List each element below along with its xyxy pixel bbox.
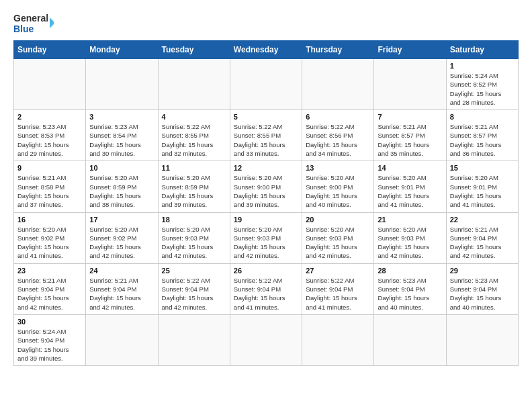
calendar-cell: 17Sunrise: 5:20 AM Sunset: 9:02 PM Dayli…	[86, 212, 158, 263]
calendar-cell: 4Sunrise: 5:22 AM Sunset: 8:55 PM Daylig…	[158, 110, 230, 161]
calendar-cell: 3Sunrise: 5:23 AM Sunset: 8:54 PM Daylig…	[86, 110, 158, 161]
calendar-cell: 7Sunrise: 5:21 AM Sunset: 8:57 PM Daylig…	[374, 110, 446, 161]
calendar-cell: 27Sunrise: 5:22 AM Sunset: 9:04 PM Dayli…	[302, 263, 374, 314]
day-info: Sunrise: 5:23 AM Sunset: 9:04 PM Dayligh…	[450, 276, 515, 312]
day-info: Sunrise: 5:23 AM Sunset: 9:04 PM Dayligh…	[378, 276, 442, 312]
day-number: 29	[450, 267, 515, 275]
calendar-cell	[86, 314, 158, 365]
calendar-cell	[230, 59, 302, 110]
day-info: Sunrise: 5:22 AM Sunset: 9:04 PM Dayligh…	[162, 276, 226, 312]
weekday-header-monday: Monday	[86, 41, 158, 59]
day-number: 11	[162, 164, 226, 172]
day-number: 14	[378, 164, 442, 172]
day-number: 5	[234, 113, 298, 121]
day-number: 2	[17, 113, 82, 121]
calendar-cell: 28Sunrise: 5:23 AM Sunset: 9:04 PM Dayli…	[374, 263, 446, 314]
calendar-cell: 1Sunrise: 5:24 AM Sunset: 8:52 PM Daylig…	[446, 59, 518, 110]
day-number: 28	[378, 267, 442, 275]
calendar-cell: 13Sunrise: 5:20 AM Sunset: 9:00 PM Dayli…	[302, 161, 374, 212]
day-info: Sunrise: 5:20 AM Sunset: 9:03 PM Dayligh…	[234, 225, 298, 261]
calendar-cell: 22Sunrise: 5:21 AM Sunset: 9:04 PM Dayli…	[446, 212, 518, 263]
calendar-cell: 5Sunrise: 5:22 AM Sunset: 8:55 PM Daylig…	[230, 110, 302, 161]
calendar-cell: 19Sunrise: 5:20 AM Sunset: 9:03 PM Dayli…	[230, 212, 302, 263]
day-info: Sunrise: 5:20 AM Sunset: 9:03 PM Dayligh…	[306, 225, 370, 261]
calendar-cell: 14Sunrise: 5:20 AM Sunset: 9:01 PM Dayli…	[374, 161, 446, 212]
day-info: Sunrise: 5:21 AM Sunset: 8:57 PM Dayligh…	[378, 122, 442, 158]
calendar-cell: 8Sunrise: 5:21 AM Sunset: 8:57 PM Daylig…	[446, 110, 518, 161]
day-number: 13	[306, 164, 370, 172]
weekday-header-wednesday: Wednesday	[230, 41, 302, 59]
day-number: 30	[17, 318, 82, 326]
day-info: Sunrise: 5:20 AM Sunset: 9:01 PM Dayligh…	[450, 173, 515, 209]
day-info: Sunrise: 5:21 AM Sunset: 8:58 PM Dayligh…	[17, 173, 82, 209]
calendar-cell: 29Sunrise: 5:23 AM Sunset: 9:04 PM Dayli…	[446, 263, 518, 314]
day-info: Sunrise: 5:22 AM Sunset: 8:56 PM Dayligh…	[306, 122, 370, 158]
calendar-cell: 25Sunrise: 5:22 AM Sunset: 9:04 PM Dayli…	[158, 263, 230, 314]
day-info: Sunrise: 5:20 AM Sunset: 8:59 PM Dayligh…	[89, 173, 154, 209]
day-number: 22	[450, 216, 515, 224]
day-info: Sunrise: 5:21 AM Sunset: 9:04 PM Dayligh…	[450, 225, 515, 261]
day-info: Sunrise: 5:20 AM Sunset: 8:59 PM Dayligh…	[162, 173, 226, 209]
calendar-cell: 6Sunrise: 5:22 AM Sunset: 8:56 PM Daylig…	[302, 110, 374, 161]
day-number: 19	[234, 216, 298, 224]
svg-text:General: General	[13, 13, 48, 24]
day-number: 23	[17, 267, 82, 275]
day-number: 16	[17, 216, 82, 224]
page-header: General Blue	[13, 11, 519, 35]
calendar-cell: 11Sunrise: 5:20 AM Sunset: 8:59 PM Dayli…	[158, 161, 230, 212]
day-info: Sunrise: 5:24 AM Sunset: 8:52 PM Dayligh…	[450, 71, 515, 107]
day-info: Sunrise: 5:22 AM Sunset: 9:04 PM Dayligh…	[234, 276, 298, 312]
day-number: 3	[89, 113, 154, 121]
weekday-header-friday: Friday	[374, 41, 446, 59]
day-number: 9	[17, 164, 82, 172]
weekday-header-tuesday: Tuesday	[158, 41, 230, 59]
day-info: Sunrise: 5:21 AM Sunset: 9:04 PM Dayligh…	[17, 276, 82, 312]
calendar-cell: 12Sunrise: 5:20 AM Sunset: 9:00 PM Dayli…	[230, 161, 302, 212]
calendar-cell	[446, 314, 518, 365]
day-info: Sunrise: 5:21 AM Sunset: 9:04 PM Dayligh…	[89, 276, 154, 312]
day-info: Sunrise: 5:22 AM Sunset: 9:04 PM Dayligh…	[306, 276, 370, 312]
calendar-cell: 10Sunrise: 5:20 AM Sunset: 8:59 PM Dayli…	[86, 161, 158, 212]
calendar-cell: 20Sunrise: 5:20 AM Sunset: 9:03 PM Dayli…	[302, 212, 374, 263]
day-info: Sunrise: 5:24 AM Sunset: 9:04 PM Dayligh…	[17, 327, 82, 363]
weekday-header-sunday: Sunday	[14, 41, 86, 59]
day-number: 15	[450, 164, 515, 172]
calendar-cell: 15Sunrise: 5:20 AM Sunset: 9:01 PM Dayli…	[446, 161, 518, 212]
day-info: Sunrise: 5:23 AM Sunset: 8:54 PM Dayligh…	[89, 122, 154, 158]
logo-svg: General Blue	[13, 11, 54, 35]
svg-marker-2	[50, 17, 54, 28]
logo: General Blue	[13, 11, 54, 35]
day-info: Sunrise: 5:22 AM Sunset: 8:55 PM Dayligh…	[162, 122, 226, 158]
day-info: Sunrise: 5:20 AM Sunset: 9:00 PM Dayligh…	[306, 173, 370, 209]
calendar-cell: 23Sunrise: 5:21 AM Sunset: 9:04 PM Dayli…	[14, 263, 86, 314]
day-info: Sunrise: 5:20 AM Sunset: 9:02 PM Dayligh…	[89, 225, 154, 261]
day-number: 24	[89, 267, 154, 275]
day-number: 17	[89, 216, 154, 224]
day-number: 18	[162, 216, 226, 224]
day-info: Sunrise: 5:20 AM Sunset: 9:02 PM Dayligh…	[17, 225, 82, 261]
day-number: 8	[450, 113, 515, 121]
calendar-cell: 16Sunrise: 5:20 AM Sunset: 9:02 PM Dayli…	[14, 212, 86, 263]
calendar-cell: 2Sunrise: 5:23 AM Sunset: 8:53 PM Daylig…	[14, 110, 86, 161]
day-number: 25	[162, 267, 226, 275]
day-number: 4	[162, 113, 226, 121]
day-info: Sunrise: 5:21 AM Sunset: 8:57 PM Dayligh…	[450, 122, 515, 158]
svg-text:Blue: Blue	[13, 24, 34, 34]
day-number: 7	[378, 113, 442, 121]
calendar-cell	[302, 314, 374, 365]
day-info: Sunrise: 5:20 AM Sunset: 9:00 PM Dayligh…	[234, 173, 298, 209]
calendar-cell	[158, 314, 230, 365]
day-info: Sunrise: 5:22 AM Sunset: 8:55 PM Dayligh…	[234, 122, 298, 158]
calendar-cell	[302, 59, 374, 110]
day-number: 21	[378, 216, 442, 224]
calendar-table: SundayMondayTuesdayWednesdayThursdayFrid…	[13, 40, 519, 366]
calendar-cell	[374, 314, 446, 365]
calendar-cell: 21Sunrise: 5:20 AM Sunset: 9:03 PM Dayli…	[374, 212, 446, 263]
day-number: 1	[450, 62, 515, 70]
calendar-cell: 18Sunrise: 5:20 AM Sunset: 9:03 PM Dayli…	[158, 212, 230, 263]
day-info: Sunrise: 5:20 AM Sunset: 9:03 PM Dayligh…	[378, 225, 442, 261]
day-info: Sunrise: 5:23 AM Sunset: 8:53 PM Dayligh…	[17, 122, 82, 158]
day-info: Sunrise: 5:20 AM Sunset: 9:01 PM Dayligh…	[378, 173, 442, 209]
day-number: 27	[306, 267, 370, 275]
day-number: 6	[306, 113, 370, 121]
